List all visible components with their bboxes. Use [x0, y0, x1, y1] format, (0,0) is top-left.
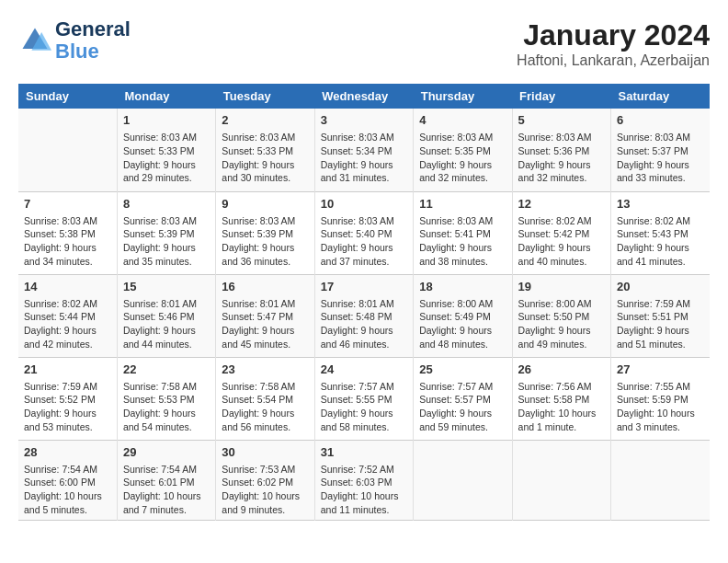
day-number: 1 — [123, 112, 210, 129]
day-cell: 2Sunrise: 8:03 AMSunset: 5:33 PMDaylight… — [216, 109, 314, 191]
logo-line2: Blue — [55, 40, 131, 63]
day-info: Sunrise: 8:03 AMSunset: 5:35 PMDaylight:… — [419, 131, 506, 185]
day-number: 3 — [321, 112, 407, 129]
day-cell — [512, 440, 610, 521]
day-cell — [18, 109, 117, 191]
day-info: Sunrise: 8:03 AMSunset: 5:40 PMDaylight:… — [321, 214, 407, 269]
page-header: General Blue January 2024 Haftoni, Lanka… — [18, 18, 710, 69]
day-info: Sunrise: 8:03 AMSunset: 5:33 PMDaylight:… — [123, 131, 210, 185]
day-cell: 26Sunrise: 7:56 AMSunset: 5:58 PMDayligh… — [512, 357, 610, 440]
day-info: Sunrise: 7:59 AMSunset: 5:52 PMDaylight:… — [24, 380, 111, 434]
header-friday: Friday — [512, 84, 610, 109]
day-number: 9 — [222, 196, 308, 213]
day-number: 15 — [123, 279, 210, 295]
day-info: Sunrise: 8:02 AMSunset: 5:44 PMDaylight:… — [24, 297, 111, 351]
day-info: Sunrise: 7:52 AMSunset: 6:03 PMDaylight:… — [321, 463, 407, 517]
day-number: 22 — [123, 362, 210, 378]
week-row-5: 28Sunrise: 7:54 AMSunset: 6:00 PMDayligh… — [18, 440, 710, 521]
title-block: January 2024 Haftoni, Lankaran, Azerbaij… — [517, 18, 710, 69]
day-cell: 9Sunrise: 8:03 AMSunset: 5:39 PMDaylight… — [216, 191, 314, 274]
day-number: 31 — [321, 444, 407, 461]
day-info: Sunrise: 8:00 AMSunset: 5:49 PMDaylight:… — [419, 297, 506, 351]
day-cell: 28Sunrise: 7:54 AMSunset: 6:00 PMDayligh… — [18, 440, 117, 521]
day-cell: 18Sunrise: 8:00 AMSunset: 5:49 PMDayligh… — [414, 274, 512, 357]
day-info: Sunrise: 8:03 AMSunset: 5:41 PMDaylight:… — [419, 214, 506, 269]
day-cell: 13Sunrise: 8:02 AMSunset: 5:43 PMDayligh… — [611, 191, 710, 274]
day-info: Sunrise: 7:58 AMSunset: 5:54 PMDaylight:… — [222, 380, 308, 434]
day-cell: 4Sunrise: 8:03 AMSunset: 5:35 PMDaylight… — [414, 109, 512, 191]
day-info: Sunrise: 7:57 AMSunset: 5:55 PMDaylight:… — [321, 380, 407, 434]
day-number: 2 — [222, 112, 308, 129]
day-cell: 15Sunrise: 8:01 AMSunset: 5:46 PMDayligh… — [117, 274, 215, 357]
day-number: 7 — [24, 196, 111, 213]
day-info: Sunrise: 8:03 AMSunset: 5:37 PMDaylight:… — [617, 131, 704, 185]
day-number: 17 — [321, 279, 407, 295]
day-cell: 22Sunrise: 7:58 AMSunset: 5:53 PMDayligh… — [117, 357, 215, 440]
week-row-4: 21Sunrise: 7:59 AMSunset: 5:52 PMDayligh… — [18, 357, 710, 440]
logo-text: General Blue — [55, 18, 131, 63]
day-cell: 5Sunrise: 8:03 AMSunset: 5:36 PMDaylight… — [512, 109, 610, 191]
day-info: Sunrise: 7:54 AMSunset: 6:01 PMDaylight:… — [123, 463, 210, 517]
day-cell: 24Sunrise: 7:57 AMSunset: 5:55 PMDayligh… — [314, 357, 413, 440]
day-cell: 6Sunrise: 8:03 AMSunset: 5:37 PMDaylight… — [611, 109, 710, 191]
day-info: Sunrise: 7:56 AMSunset: 5:58 PMDaylight:… — [518, 380, 605, 434]
calendar-header-row: SundayMondayTuesdayWednesdayThursdayFrid… — [18, 84, 710, 109]
week-row-2: 7Sunrise: 8:03 AMSunset: 5:38 PMDaylight… — [18, 191, 710, 274]
day-info: Sunrise: 7:57 AMSunset: 5:57 PMDaylight:… — [419, 380, 506, 434]
day-info: Sunrise: 8:01 AMSunset: 5:47 PMDaylight:… — [222, 297, 308, 351]
day-cell — [611, 440, 710, 521]
day-cell: 10Sunrise: 8:03 AMSunset: 5:40 PMDayligh… — [314, 191, 413, 274]
day-cell: 11Sunrise: 8:03 AMSunset: 5:41 PMDayligh… — [414, 191, 512, 274]
day-cell: 25Sunrise: 7:57 AMSunset: 5:57 PMDayligh… — [414, 357, 512, 440]
day-info: Sunrise: 8:01 AMSunset: 5:46 PMDaylight:… — [123, 297, 210, 351]
day-number: 20 — [617, 279, 704, 295]
day-number: 13 — [617, 196, 704, 213]
day-info: Sunrise: 8:03 AMSunset: 5:38 PMDaylight:… — [24, 214, 111, 269]
day-cell: 14Sunrise: 8:02 AMSunset: 5:44 PMDayligh… — [18, 274, 117, 357]
day-info: Sunrise: 7:53 AMSunset: 6:02 PMDaylight:… — [222, 463, 308, 517]
day-info: Sunrise: 8:03 AMSunset: 5:39 PMDaylight:… — [123, 214, 210, 269]
header-sunday: Sunday — [18, 84, 117, 109]
header-monday: Monday — [117, 84, 215, 109]
day-number: 8 — [123, 196, 210, 213]
day-number: 25 — [419, 362, 506, 378]
day-info: Sunrise: 7:55 AMSunset: 5:59 PMDaylight:… — [617, 380, 704, 434]
day-number: 26 — [518, 362, 605, 378]
day-number: 29 — [123, 444, 210, 461]
header-saturday: Saturday — [611, 84, 710, 109]
logo-line1: General — [55, 18, 131, 40]
day-info: Sunrise: 8:02 AMSunset: 5:42 PMDaylight:… — [518, 214, 605, 269]
day-cell: 21Sunrise: 7:59 AMSunset: 5:52 PMDayligh… — [18, 357, 117, 440]
day-cell: 17Sunrise: 8:01 AMSunset: 5:48 PMDayligh… — [314, 274, 413, 357]
header-thursday: Thursday — [414, 84, 512, 109]
week-row-1: 1Sunrise: 8:03 AMSunset: 5:33 PMDaylight… — [18, 109, 710, 191]
page-title: January 2024 — [517, 18, 710, 52]
day-info: Sunrise: 7:59 AMSunset: 5:51 PMDaylight:… — [617, 297, 704, 351]
day-info: Sunrise: 8:03 AMSunset: 5:34 PMDaylight:… — [321, 131, 407, 185]
day-number: 12 — [518, 196, 605, 213]
day-number: 18 — [419, 279, 506, 295]
day-number: 19 — [518, 279, 605, 295]
day-cell: 20Sunrise: 7:59 AMSunset: 5:51 PMDayligh… — [611, 274, 710, 357]
day-cell: 1Sunrise: 8:03 AMSunset: 5:33 PMDaylight… — [117, 109, 215, 191]
day-info: Sunrise: 8:03 AMSunset: 5:36 PMDaylight:… — [518, 131, 605, 185]
day-cell: 30Sunrise: 7:53 AMSunset: 6:02 PMDayligh… — [216, 440, 314, 521]
day-cell: 23Sunrise: 7:58 AMSunset: 5:54 PMDayligh… — [216, 357, 314, 440]
day-cell: 19Sunrise: 8:00 AMSunset: 5:50 PMDayligh… — [512, 274, 610, 357]
day-number: 6 — [617, 112, 704, 129]
day-cell: 12Sunrise: 8:02 AMSunset: 5:42 PMDayligh… — [512, 191, 610, 274]
day-number: 23 — [222, 362, 308, 378]
day-cell: 3Sunrise: 8:03 AMSunset: 5:34 PMDaylight… — [314, 109, 413, 191]
day-cell: 27Sunrise: 7:55 AMSunset: 5:59 PMDayligh… — [611, 357, 710, 440]
calendar-table: SundayMondayTuesdayWednesdayThursdayFrid… — [18, 84, 710, 521]
header-tuesday: Tuesday — [216, 84, 314, 109]
logo-icon — [18, 24, 51, 57]
day-info: Sunrise: 8:01 AMSunset: 5:48 PMDaylight:… — [321, 297, 407, 351]
day-number: 5 — [518, 112, 605, 129]
day-cell: 8Sunrise: 8:03 AMSunset: 5:39 PMDaylight… — [117, 191, 215, 274]
day-cell: 7Sunrise: 8:03 AMSunset: 5:38 PMDaylight… — [18, 191, 117, 274]
day-number: 11 — [419, 196, 506, 213]
day-number: 24 — [321, 362, 407, 378]
day-info: Sunrise: 7:54 AMSunset: 6:00 PMDaylight:… — [24, 463, 111, 517]
day-number: 10 — [321, 196, 407, 213]
